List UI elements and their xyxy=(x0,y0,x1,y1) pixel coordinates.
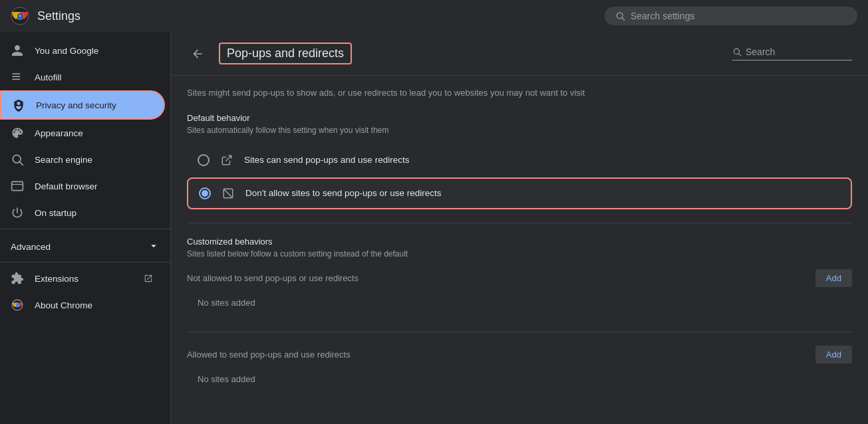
sidebar-label-search-engine: Search engine xyxy=(35,155,154,165)
block-radio-circle xyxy=(199,187,211,199)
shield-icon xyxy=(12,98,25,112)
search-input[interactable] xyxy=(631,11,847,21)
person-icon xyxy=(11,44,24,57)
svg-line-5 xyxy=(622,17,625,20)
content-search-icon xyxy=(732,47,742,56)
sidebar-label-default-browser: Default browser xyxy=(35,181,154,191)
page-description: Sites might send pop-ups to show ads, or… xyxy=(187,76,852,113)
sidebar-label-about-chrome: About Chrome xyxy=(35,300,154,310)
customized-behaviors-title: Customized behaviors xyxy=(187,237,852,247)
svg-rect-11 xyxy=(12,181,23,190)
sidebar-item-you-and-google[interactable]: You and Google xyxy=(0,37,165,64)
sidebar-label-privacy-security: Privacy and security xyxy=(36,100,153,110)
main-layout: You and Google Autofill Privacy and secu… xyxy=(0,32,868,424)
top-search-bar[interactable] xyxy=(605,7,857,25)
default-behavior-subtitle: Sites automatically follow this setting … xyxy=(187,126,852,135)
page-title-box: Pop-ups and redirects xyxy=(219,43,352,64)
section-divider-2 xyxy=(187,332,852,332)
content-header: Pop-ups and redirects Search xyxy=(171,32,868,76)
sidebar: You and Google Autofill Privacy and secu… xyxy=(0,32,170,424)
not-allowed-label: Not allowed to send pop-ups or use redir… xyxy=(187,273,359,283)
sidebar-divider-2 xyxy=(0,262,170,263)
sidebar-divider xyxy=(0,229,170,229)
search-icon xyxy=(615,11,625,21)
page-title: Pop-ups and redirects xyxy=(227,47,344,60)
allow-popups-option[interactable]: Sites can send pop-ups and use redirects xyxy=(187,146,852,175)
content-search[interactable]: Search xyxy=(732,47,852,60)
sidebar-item-extensions[interactable]: Extensions xyxy=(0,265,165,292)
sidebar-item-on-startup[interactable]: On startup xyxy=(0,199,165,226)
chrome-logo-icon xyxy=(11,7,29,25)
puzzle-icon xyxy=(11,272,24,285)
sidebar-item-privacy-security[interactable]: Privacy and security xyxy=(0,90,165,120)
sidebar-item-about-chrome[interactable]: About Chrome xyxy=(0,292,165,318)
sidebar-item-search-engine[interactable]: Search engine xyxy=(0,146,165,173)
sidebar-label-you-and-google: You and Google xyxy=(35,46,154,56)
svg-rect-8 xyxy=(13,79,21,80)
not-allowed-add-button[interactable]: Add xyxy=(815,269,852,287)
top-bar: Settings xyxy=(0,0,868,32)
default-behavior-title: Default behavior xyxy=(187,113,852,123)
allow-radio-circle xyxy=(198,154,210,166)
sidebar-label-extensions: Extensions xyxy=(35,274,133,284)
not-allowed-row: Not allowed to send pop-ups or use redir… xyxy=(187,269,852,287)
content-body: Sites might send pop-ups to show ads, or… xyxy=(171,76,868,411)
palette-icon xyxy=(11,126,24,140)
allowed-label: Allowed to send pop-ups and use redirect… xyxy=(187,350,351,360)
sidebar-advanced-section[interactable]: Advanced xyxy=(0,232,170,259)
svg-point-15 xyxy=(16,304,19,306)
svg-line-17 xyxy=(738,53,741,56)
sidebar-item-autofill[interactable]: Autofill xyxy=(0,64,165,90)
sidebar-item-default-browser[interactable]: Default browser xyxy=(0,173,165,199)
svg-line-18 xyxy=(226,156,231,161)
svg-line-20 xyxy=(223,189,233,198)
allowed-empty: No sites added xyxy=(187,369,852,395)
power-icon xyxy=(11,206,24,219)
chevron-down-icon xyxy=(148,240,160,254)
allowed-add-button[interactable]: Add xyxy=(815,346,852,364)
allow-popups-label: Sites can send pop-ups and use redirects xyxy=(244,155,409,165)
sidebar-item-appearance[interactable]: Appearance xyxy=(0,120,165,146)
svg-line-10 xyxy=(19,161,23,165)
sidebar-label-on-startup: On startup xyxy=(35,208,154,218)
svg-rect-6 xyxy=(13,73,21,74)
sidebar-label-appearance: Appearance xyxy=(35,128,154,138)
section-divider xyxy=(187,223,852,223)
block-popups-option[interactable]: Don't allow sites to send pop-ups or use… xyxy=(187,177,852,209)
external-link-icon xyxy=(220,154,233,167)
radio-dot xyxy=(202,190,208,197)
customized-behaviors-subtitle: Sites listed below follow a custom setti… xyxy=(187,249,852,259)
external-link-small-icon xyxy=(144,273,154,284)
content-area: Pop-ups and redirects Search Sites might… xyxy=(170,32,868,424)
svg-rect-7 xyxy=(13,76,21,77)
settings-title: Settings xyxy=(37,9,80,23)
sidebar-label-autofill: Autofill xyxy=(35,72,154,82)
content-search-label: Search xyxy=(746,47,775,57)
advanced-label: Advanced xyxy=(11,242,142,252)
list-icon xyxy=(11,70,24,84)
allowed-row: Allowed to send pop-ups and use redirect… xyxy=(187,346,852,364)
about-chrome-icon xyxy=(11,298,24,312)
back-button[interactable] xyxy=(187,43,208,64)
search-engine-icon xyxy=(11,153,24,166)
svg-point-3 xyxy=(18,14,22,18)
not-allowed-empty: No sites added xyxy=(187,292,852,318)
browser-icon xyxy=(11,179,24,193)
block-icon xyxy=(221,187,235,200)
block-popups-label: Don't allow sites to send pop-ups or use… xyxy=(245,188,441,198)
